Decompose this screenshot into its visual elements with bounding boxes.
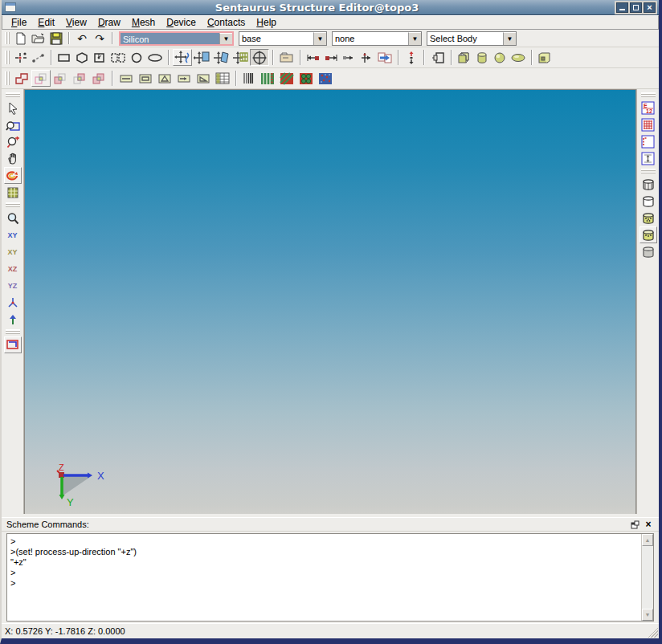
align-z-button[interactable]: [403, 49, 420, 66]
placement-button[interactable]: [277, 49, 296, 66]
select-pointer-button[interactable]: [4, 100, 22, 116]
zoom-window-button[interactable]: [4, 116, 22, 133]
menu-device[interactable]: Device: [161, 16, 202, 29]
extrude-triangle-button[interactable]: [155, 70, 174, 87]
close-button[interactable]: ×: [644, 2, 656, 13]
boolean-subtract2-button[interactable]: [70, 70, 89, 87]
dropdown-arrow-icon[interactable]: ▼: [503, 32, 516, 45]
view-isometric-button[interactable]: [4, 294, 22, 311]
scheme-console[interactable]: > >(set! process-up-direction "+z") "+z"…: [6, 533, 654, 622]
create-pipe-button[interactable]: [536, 49, 554, 66]
menu-mesh[interactable]: Mesh: [126, 16, 161, 29]
select-body-combobox[interactable]: Select Body ▼: [427, 31, 517, 46]
evaluate-button[interactable]: E12: [640, 100, 657, 116]
viewport-3d[interactable]: Z X Y: [24, 89, 636, 514]
spacing-button[interactable]: [640, 150, 657, 167]
display-shaded-button[interactable]: [640, 226, 657, 243]
move-plane-button[interactable]: [211, 49, 231, 66]
measure-right-button[interactable]: [322, 49, 340, 66]
minimize-button[interactable]: [616, 2, 628, 13]
boolean-subtract-button[interactable]: [51, 70, 70, 87]
create-cylinder-button[interactable]: [473, 49, 491, 66]
resize-grip[interactable]: [648, 627, 658, 638]
multi-region-tool-button[interactable]: [108, 49, 128, 66]
rectangle-tool-button[interactable]: [55, 49, 73, 66]
measure-x-button[interactable]: [340, 49, 358, 66]
circle-tool-button[interactable]: [128, 49, 145, 66]
polygon-tool-button[interactable]: [73, 49, 91, 66]
dropdown-arrow-icon[interactable]: ▼: [313, 32, 326, 45]
move-all-button[interactable]: [250, 49, 269, 66]
view-up-button[interactable]: [4, 311, 22, 328]
region-name-combobox[interactable]: base ▼: [239, 31, 327, 46]
display-flat-button[interactable]: [640, 243, 657, 260]
view-xz-button[interactable]: XZ: [4, 260, 22, 277]
maximize-button[interactable]: [630, 2, 642, 13]
create-cuboid-button[interactable]: [456, 49, 473, 66]
create-sphere-button[interactable]: [491, 49, 509, 66]
display-shaded-mesh-button[interactable]: [640, 210, 657, 226]
move-grid-button[interactable]: [231, 49, 250, 66]
move-edge-button[interactable]: [30, 49, 47, 66]
extrude-bar-button[interactable]: [174, 70, 194, 87]
refine-lines-button[interactable]: [240, 70, 258, 87]
toolbar-handle[interactable]: [5, 51, 10, 65]
extrude-wedge-button[interactable]: [194, 70, 213, 87]
extrude-square-button[interactable]: [136, 70, 155, 87]
redo-button[interactable]: ↷: [91, 30, 108, 47]
title-bar[interactable]: Sentaurus Structure Editor@topo3 ×: [2, 0, 659, 15]
toolbar-handle[interactable]: [6, 92, 20, 98]
mesh-view-button[interactable]: [640, 116, 657, 133]
menu-contacts[interactable]: Contacts: [202, 16, 251, 29]
menu-edit[interactable]: Edit: [32, 16, 60, 29]
boundary-view-button[interactable]: [640, 133, 657, 150]
copy-placement-button[interactable]: [375, 49, 394, 66]
boolean-xor-button[interactable]: [89, 70, 108, 87]
grid-toggle-button[interactable]: [4, 184, 22, 201]
menu-draw[interactable]: Draw: [92, 16, 126, 29]
move-vertex-button[interactable]: [12, 49, 30, 66]
scheme-console-output[interactable]: > >(set! process-up-direction "+z") "+z"…: [7, 534, 641, 621]
contact-combobox[interactable]: none ▼: [332, 31, 422, 46]
undo-button[interactable]: ↶: [73, 30, 91, 47]
polyline-tool-button[interactable]: [91, 49, 108, 66]
scheme-commands-header[interactable]: Scheme Commands: ×: [2, 518, 659, 532]
dropdown-arrow-icon[interactable]: ▼: [408, 32, 421, 45]
ellipse-tool-button[interactable]: [145, 49, 165, 66]
float-panel-button[interactable]: [629, 520, 640, 530]
translate-tool-button[interactable]: [173, 49, 192, 66]
measure-left-button[interactable]: [304, 49, 322, 66]
toolbar-handle[interactable]: [641, 169, 656, 174]
extrude-rect-button[interactable]: [116, 70, 136, 87]
toolbar-handle[interactable]: [641, 92, 656, 98]
window-icon[interactable]: [5, 2, 16, 12]
rotate-button[interactable]: [4, 167, 22, 184]
zoom-in-out-button[interactable]: [4, 133, 22, 150]
zoom-fit-button[interactable]: [4, 210, 22, 226]
measure-tool-button[interactable]: [4, 336, 22, 353]
multibox-button[interactable]: [277, 70, 296, 87]
mesh-table-button[interactable]: [213, 70, 232, 87]
toolbar-handle[interactable]: [5, 71, 10, 86]
display-hidden-line-button[interactable]: [640, 193, 657, 210]
material-combobox[interactable]: Silicon ▼: [119, 31, 234, 46]
boolean-intersect-button[interactable]: [31, 70, 51, 87]
boolean-union-button[interactable]: [12, 70, 31, 87]
toolbar-handle[interactable]: [5, 32, 10, 44]
new-file-button[interactable]: [12, 30, 30, 47]
display-wireframe-button[interactable]: [640, 176, 657, 193]
menu-file[interactable]: File: [6, 16, 32, 29]
pan-button[interactable]: [4, 150, 22, 167]
close-panel-button[interactable]: ×: [643, 520, 654, 530]
refine-box-button[interactable]: [258, 70, 277, 87]
cut-plane-button[interactable]: [428, 49, 447, 66]
menu-view[interactable]: View: [60, 16, 92, 29]
scroll-up-button[interactable]: ▲: [642, 534, 653, 546]
view-xy-button[interactable]: XY: [4, 226, 22, 243]
random-doping-button[interactable]: [316, 70, 335, 87]
doping-profile-button[interactable]: [296, 70, 316, 87]
menu-help[interactable]: Help: [251, 16, 282, 29]
measure-axis-button[interactable]: [358, 49, 375, 66]
console-scrollbar[interactable]: ▲ ▼: [641, 534, 653, 621]
open-file-button[interactable]: [30, 30, 47, 47]
